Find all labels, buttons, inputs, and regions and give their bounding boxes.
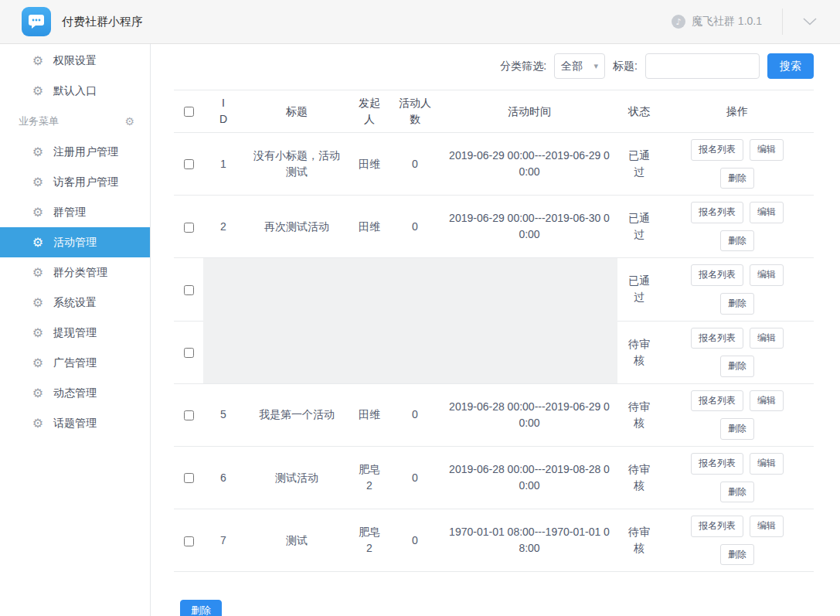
sidebar-item-label: 权限设置 — [53, 54, 97, 68]
header-id: ID — [203, 90, 243, 133]
cell-title — [243, 258, 350, 321]
main-content: 分类筛选: 全部 ▾ 标题: 搜索 — [151, 44, 840, 616]
header-count: 活动人数 — [389, 90, 441, 133]
delete-button[interactable]: 删除 — [720, 230, 754, 252]
cell-select — [174, 446, 203, 509]
cell-id: 1 — [203, 133, 243, 196]
delete-button[interactable]: 删除 — [720, 544, 754, 566]
signup-list-button[interactable]: 报名列表 — [691, 202, 743, 223]
sidebar-item[interactable]: ⚙ 广告管理 — [0, 348, 150, 378]
delete-button[interactable]: 删除 — [720, 293, 754, 315]
cell-time: 2019-06-29 00:00---2019-06-29 00:00 — [441, 133, 617, 196]
edit-button[interactable]: 编辑 — [750, 453, 784, 475]
category-select-value: 全部 — [561, 60, 583, 73]
gear-icon: ⚙ — [31, 386, 45, 400]
row-checkbox[interactable] — [184, 159, 194, 169]
sidebar-item[interactable]: ⚙ 提现管理 — [0, 318, 150, 348]
filter-bar: 分类筛选: 全部 ▾ 标题: 搜索 — [174, 53, 814, 79]
sidebar-item[interactable]: ⚙ 活动管理 — [0, 227, 150, 257]
edit-button[interactable]: 编辑 — [750, 390, 784, 412]
sidebar-item-label: 注册用户管理 — [53, 145, 118, 159]
gear-icon: ⚙ — [31, 356, 45, 370]
cell-title: 我是第一个活动 — [243, 383, 350, 446]
delete-button[interactable]: 删除 — [720, 356, 754, 377]
delete-button[interactable]: 删除 — [720, 168, 754, 189]
category-select[interactable]: 全部 ▾ — [554, 53, 605, 79]
sidebar-item-label: 访客用户管理 — [53, 175, 118, 189]
edit-button[interactable]: 编辑 — [750, 202, 784, 223]
row-checkbox[interactable] — [184, 348, 194, 358]
bulk-delete-button[interactable]: 删除 — [180, 600, 222, 616]
signup-list-button[interactable]: 报名列表 — [691, 328, 743, 349]
cell-status: 已通过 — [617, 196, 661, 258]
sidebar-item[interactable]: ⚙ 群管理 — [0, 197, 150, 227]
cell-title: 测试活动 — [243, 446, 350, 509]
chevron-down-icon[interactable] — [782, 9, 817, 35]
row-checkbox[interactable] — [184, 223, 194, 233]
table-row: 5 我是第一个活动 田维 0 2019-06-28 00:00---2019-0… — [174, 383, 814, 446]
cell-actions: 报名列表 编辑 删除 — [661, 133, 814, 196]
signup-list-button[interactable]: 报名列表 — [691, 516, 743, 537]
cell-id: 6 — [203, 446, 243, 509]
sidebar-item[interactable]: ⚙ 默认入口 — [0, 76, 150, 106]
table-row: 2 再次测试活动 田维 0 2019-06-29 00:00---2019-06… — [174, 196, 814, 258]
sidebar-item[interactable]: ⚙ 系统设置 — [0, 288, 150, 318]
row-checkbox[interactable] — [184, 410, 194, 420]
top-header: 付费社群小程序 ♪ 魔飞社群 1.0.1 — [0, 0, 840, 44]
category-filter-label: 分类筛选: — [500, 60, 546, 73]
header-title: 标题 — [243, 90, 350, 133]
app-logo-icon — [22, 7, 51, 36]
sidebar-item-label: 话题管理 — [53, 417, 97, 431]
cell-status: 待审核 — [617, 509, 661, 572]
signup-list-button[interactable]: 报名列表 — [691, 390, 743, 412]
header-select-all — [174, 90, 203, 133]
table-row: 已通过 报名列表 编辑 删除 — [174, 258, 814, 321]
sidebar-item[interactable]: ⚙ 动态管理 — [0, 378, 150, 408]
cell-select — [174, 196, 203, 258]
gear-icon: ⚙ — [31, 175, 45, 189]
cell-select — [174, 383, 203, 446]
cell-status: 待审核 — [617, 321, 661, 383]
edit-button[interactable]: 编辑 — [750, 139, 784, 161]
cell-id — [203, 321, 243, 383]
sidebar-item[interactable]: ⚙ 访客用户管理 — [0, 167, 150, 197]
row-actions: 报名列表 编辑 删除 — [683, 202, 791, 251]
row-actions: 报名列表 编辑 删除 — [683, 139, 791, 189]
sidebar-item[interactable]: ⚙ 群分类管理 — [0, 257, 150, 288]
gear-icon[interactable]: ⚙ — [124, 115, 134, 128]
edit-button[interactable]: 编辑 — [750, 516, 784, 537]
row-actions: 报名列表 编辑 删除 — [683, 390, 791, 440]
cell-count — [389, 321, 441, 383]
sidebar-item[interactable]: ⚙ 话题管理 — [0, 408, 150, 438]
header-time: 活动时间 — [441, 90, 617, 133]
table-row: 7 测试 肥皂2 0 1970-01-01 08:00---1970-01-01… — [174, 509, 814, 572]
row-checkbox[interactable] — [184, 285, 194, 295]
cell-id: 7 — [203, 509, 243, 572]
caret-down-icon: ▾ — [594, 61, 599, 71]
row-checkbox[interactable] — [184, 536, 194, 546]
signup-list-button[interactable]: 报名列表 — [691, 139, 743, 161]
edit-button[interactable]: 编辑 — [750, 328, 784, 349]
cell-actions: 报名列表 编辑 删除 — [661, 446, 814, 509]
signup-list-button[interactable]: 报名列表 — [691, 453, 743, 475]
sidebar-item-label: 动态管理 — [53, 386, 97, 400]
music-note-icon: ♪ — [672, 15, 685, 29]
row-actions: 报名列表 编辑 删除 — [683, 516, 791, 565]
title-filter-input[interactable] — [645, 53, 760, 79]
search-button[interactable]: 搜索 — [767, 53, 814, 79]
sidebar-item[interactable]: ⚙ 权限设置 — [0, 46, 150, 76]
select-all-checkbox[interactable] — [184, 107, 194, 117]
header-status: 状态 — [617, 90, 661, 133]
sidebar-item[interactable]: ⚙ 注册用户管理 — [0, 137, 150, 167]
edit-button[interactable]: 编辑 — [750, 264, 784, 286]
activity-table: ID 标题 发起人 活动人数 活动时间 状态 操作 1 没有小标题，活动测试 田… — [174, 90, 814, 572]
row-checkbox[interactable] — [184, 473, 194, 483]
sidebar-item-label: 系统设置 — [53, 296, 97, 310]
signup-list-button[interactable]: 报名列表 — [691, 264, 743, 286]
cell-time — [441, 258, 617, 321]
delete-button[interactable]: 删除 — [720, 418, 754, 440]
gear-icon: ⚙ — [31, 205, 45, 220]
delete-button[interactable]: 删除 — [720, 482, 754, 503]
cell-creator: 田维 — [350, 383, 389, 446]
cell-actions: 报名列表 编辑 删除 — [661, 321, 814, 383]
